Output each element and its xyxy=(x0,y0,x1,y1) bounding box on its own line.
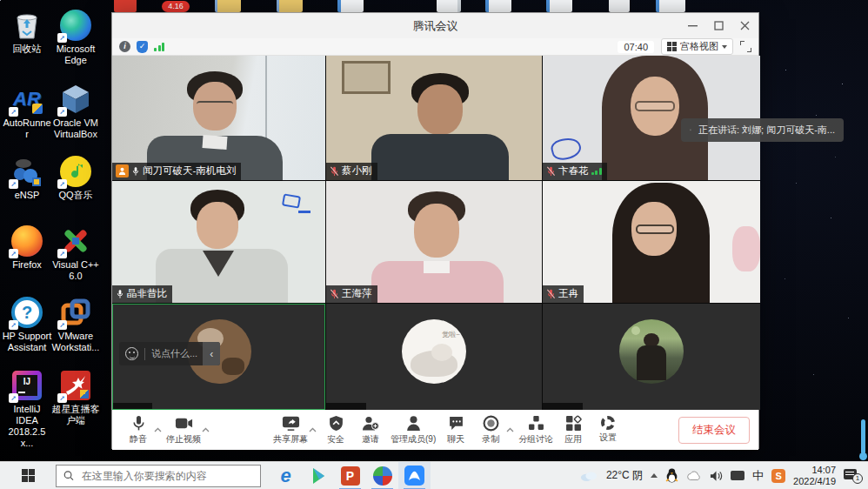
shortcut-arrow-icon: ➚ xyxy=(57,33,67,43)
video-tile[interactable]: 王冉 xyxy=(543,181,760,303)
desktop-icon-ensp[interactable]: ➚ eNSP xyxy=(2,155,52,201)
start-button[interactable] xyxy=(0,462,56,489)
taskbar-colorful-app-icon[interactable] xyxy=(366,462,398,489)
shortcut-arrow-icon: ➚ xyxy=(9,179,18,189)
vmware-icon: ➚ xyxy=(58,296,93,329)
background-icon-fragment xyxy=(337,0,364,12)
speaker-icon[interactable] xyxy=(710,470,723,482)
network-signal-icon[interactable] xyxy=(154,43,164,51)
fullscreen-icon[interactable] xyxy=(740,41,751,52)
taskbar-clock[interactable]: 14:07 2022/4/19 xyxy=(793,465,836,486)
desktop-icon-visual-cpp[interactable]: ➚ Visual C++ 6.0 xyxy=(50,224,101,282)
desktop-icon-qq-music[interactable]: ➚ QQ音乐 xyxy=(50,155,101,201)
invite-button[interactable]: 邀请 xyxy=(353,411,388,449)
person-plus-icon xyxy=(362,415,379,432)
desktop-icon-firefox[interactable]: ➚ Firefox xyxy=(2,224,52,271)
video-tile[interactable]: 晶非昔比 xyxy=(112,181,325,303)
host-badge-icon xyxy=(116,164,129,178)
view-selector[interactable]: 宫格视图 xyxy=(661,38,733,55)
clock-time: 14:07 xyxy=(793,465,836,476)
mic-on-icon xyxy=(116,289,124,299)
search-input[interactable] xyxy=(80,469,253,483)
shortcut-arrow-icon: ➚ xyxy=(9,393,18,403)
ime-indicator[interactable]: 中 xyxy=(752,468,764,484)
apps-button[interactable]: 应用 xyxy=(556,411,591,449)
video-tile[interactable]: 王海萍 xyxy=(326,181,542,303)
chat-button[interactable]: 聊天 xyxy=(438,411,473,449)
speaking-toast: 正在讲话: 刘娜; 闻刀可破天-南... xyxy=(681,118,844,142)
annotation-slider[interactable] xyxy=(861,419,865,454)
meeting-infobar: i ✓ 07:40 宫格视图 xyxy=(112,38,758,56)
mute-button[interactable]: 静音 xyxy=(121,411,156,449)
chat-quick-input[interactable]: 说点什么... ‹ xyxy=(119,342,220,365)
background-icon-fragment xyxy=(215,0,241,12)
desktop-icon-intellij[interactable]: IJ ➚ IntelliJ IDEA 2018.2.5 x... xyxy=(2,369,52,449)
record-options-caret[interactable] xyxy=(505,411,514,449)
emoji-icon[interactable] xyxy=(125,347,138,360)
manage-members-button[interactable]: 管理成员(9) xyxy=(388,411,438,449)
participant-name: 闻刀可破天-南机电刘 xyxy=(143,164,236,178)
participant-name: 晶非昔比 xyxy=(127,287,167,300)
meeting-toolbar: 静音 停止视频 共享屏幕 安全 邀请 xyxy=(112,410,758,450)
desktop-icon-autorunner[interactable]: AR ➚ AutoRunner xyxy=(2,83,52,140)
mic-on-icon xyxy=(131,166,140,177)
mic-icon xyxy=(690,124,691,136)
record-button[interactable]: 录制 xyxy=(473,411,508,449)
taskbar-powerpoint-icon[interactable]: P xyxy=(334,462,366,489)
desktop-icon-recycle-bin[interactable]: 回收站 xyxy=(2,9,52,55)
mic-icon xyxy=(131,415,146,432)
desktop-icon-chaoxing-live[interactable]: ➚ 超星直播客户端 xyxy=(50,369,101,426)
video-tile[interactable]: 觉啦~ xyxy=(326,304,542,410)
video-options-caret[interactable] xyxy=(201,411,210,449)
desktop-icon-hp-support[interactable]: ? ➚ HP Support Assistant xyxy=(2,296,52,353)
taskbar-tencent-meeting-icon[interactable] xyxy=(398,462,431,489)
meeting-window: 腾讯会议 i ✓ 07:40 宫格视图 xyxy=(111,12,759,449)
video-tile[interactable]: 闻刀可破天-南机电刘 xyxy=(112,56,325,180)
maximize-button[interactable] xyxy=(713,21,724,31)
taskbar-search[interactable] xyxy=(56,465,261,487)
hidden-icons-chevron[interactable] xyxy=(651,473,658,478)
meeting-info-icon[interactable]: i xyxy=(119,41,130,52)
close-button[interactable] xyxy=(739,21,750,31)
visual-cpp-icon: ➚ xyxy=(58,224,93,258)
minimize-button[interactable] xyxy=(687,21,698,31)
desktop-icon-vmware[interactable]: ➚ VMware Workstati... xyxy=(50,296,101,353)
sogou-icon[interactable]: S xyxy=(771,469,785,483)
device-icon[interactable] xyxy=(731,471,744,480)
stop-video-button[interactable]: 停止视频 xyxy=(164,411,204,449)
mute-options-caret[interactable] xyxy=(153,411,162,449)
desktop-icon-edge[interactable]: ➚ Microsoft Edge xyxy=(50,9,101,66)
participant-label: 卞春花 xyxy=(543,163,607,180)
window-titlebar[interactable]: 腾讯会议 xyxy=(112,13,758,38)
network-signal-icon xyxy=(591,168,602,175)
cloud-sync-icon[interactable] xyxy=(686,471,702,481)
background-icon-fragment xyxy=(485,0,511,12)
video-tile[interactable]: 蔡小刚 xyxy=(326,56,542,180)
chat-input-placeholder[interactable]: 说点什么... xyxy=(151,347,197,360)
video-tile[interactable] xyxy=(543,304,760,410)
weather-text[interactable]: 22°C 阴 xyxy=(606,468,643,483)
chevron-down-icon xyxy=(722,45,727,49)
collapse-chevron-icon[interactable]: ‹ xyxy=(203,342,220,365)
taskbar-tencent-video-icon[interactable] xyxy=(302,462,334,489)
share-options-caret[interactable] xyxy=(308,411,317,449)
qq-penguin-icon[interactable] xyxy=(665,468,678,483)
security-button[interactable]: 安全 xyxy=(318,411,353,449)
shortcut-arrow-icon: ➚ xyxy=(57,179,67,189)
security-shield-icon[interactable]: ✓ xyxy=(137,41,148,53)
taskbar-ie-icon[interactable]: e xyxy=(270,462,302,489)
participant-label: 王海萍 xyxy=(326,285,377,303)
avatar: 觉啦~ xyxy=(402,319,466,384)
video-tile-self[interactable]: 说点什么... ‹ xyxy=(112,304,325,410)
notification-center-button[interactable]: 1 xyxy=(844,468,863,484)
breakout-rooms-button[interactable]: 分组讨论 xyxy=(516,411,556,449)
settings-button[interactable]: 设置 xyxy=(591,411,625,449)
desktop-icon-virtualbox[interactable]: ➚ Oracle VM VirtualBox xyxy=(50,83,101,140)
weather-cloud-icon[interactable] xyxy=(579,470,598,482)
end-meeting-button[interactable]: 结束会议 xyxy=(678,417,750,444)
share-screen-button[interactable]: 共享屏幕 xyxy=(270,411,310,449)
intellij-icon: IJ ➚ xyxy=(10,369,44,402)
taskbar: e P 22 xyxy=(0,461,868,489)
mic-muted-icon xyxy=(330,166,339,177)
tencent-meeting-icon xyxy=(404,466,424,486)
